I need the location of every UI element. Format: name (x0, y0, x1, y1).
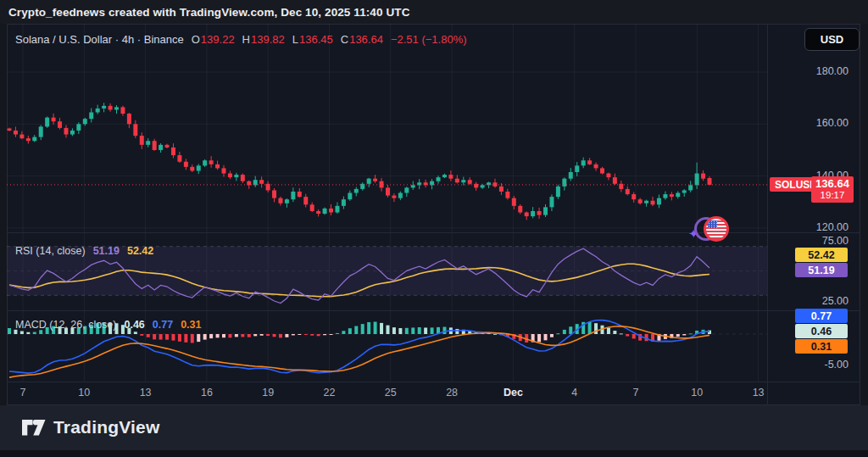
symbol-title[interactable]: Solana / U.S. Dollar · 4h · Binance (15, 33, 184, 46)
price-axis-label[interactable]: 160.00 (767, 117, 849, 129)
bar-countdown: 19:17 (811, 190, 854, 201)
rsi-legend-title[interactable]: RSI (14, close) (15, 245, 86, 257)
currency-usd-button[interactable]: USD (804, 28, 860, 51)
time-axis-label[interactable]: 28 (433, 387, 470, 398)
price-axis-label[interactable]: 120.00 (767, 221, 849, 233)
rsi-line-value: 51.19 (93, 245, 120, 257)
time-axis-label[interactable]: 22 (311, 387, 348, 398)
rsi-legend[interactable]: RSI (14, close) 51.19 52.42 (15, 245, 153, 257)
time-axis-label[interactable]: 10 (65, 387, 103, 398)
channel-watermark: ✦ (683, 212, 734, 246)
time-axis-label[interactable]: 10 (678, 387, 715, 398)
ohlc-open: O 139.22 (192, 33, 235, 46)
ohlc-close: C 136.64 (341, 33, 383, 46)
macd-signal-badge: 0.31 (795, 339, 848, 354)
ohlc-low: L 136.45 (292, 33, 333, 46)
macd-line-value: 0.77 (153, 319, 173, 331)
rsi-ma-value: 52.42 (127, 245, 153, 257)
price-change: −2.51 (−1.80%) (391, 33, 467, 46)
time-axis-label[interactable]: 4 (556, 387, 593, 398)
macd-hist-value: 0.46 (124, 319, 144, 331)
last-price-badge: 136.64 19:17 (811, 176, 854, 203)
macd-signal-value: 0.31 (181, 319, 201, 331)
rsi-axis-upper-label[interactable]: 75.00 (767, 235, 849, 247)
time-axis-label[interactable]: 19 (249, 387, 287, 398)
rsi-line-badge: 51.19 (795, 263, 848, 277)
time-axis-label[interactable]: 7 (617, 387, 654, 398)
time-axis-label[interactable]: 7 (4, 387, 42, 398)
price-axis-label[interactable]: 180.00 (767, 65, 849, 77)
macd-line-badge: 0.77 (795, 309, 848, 323)
footer-strip (0, 450, 868, 457)
macd-legend-title[interactable]: MACD (12, 26, close) (15, 319, 116, 331)
tradingview-chart-page: Crypto_feednews created with TradingView… (0, 0, 868, 457)
attribution-bar: Crypto_feednews created with TradingView… (0, 0, 868, 24)
tradingview-logo[interactable]: TradingView (22, 417, 160, 437)
last-price-value: 136.64 (811, 177, 854, 190)
macd-axis-label[interactable]: -5.00 (767, 359, 849, 371)
time-axis-label[interactable]: 16 (188, 387, 225, 398)
rsi-ma-badge: 52.42 (795, 248, 848, 262)
time-axis-label[interactable]: 13 (740, 387, 777, 398)
attribution-text: Crypto_feednews created with TradingView… (8, 6, 409, 19)
tradingview-logo-icon (22, 420, 46, 436)
time-axis-label[interactable]: 25 (372, 387, 409, 398)
macd-legend[interactable]: MACD (12, 26, close) 0.46 0.77 0.31 (15, 319, 202, 331)
macd-hist-badge: 0.46 (795, 324, 848, 338)
time-axis-label[interactable]: 13 (127, 387, 164, 398)
time-axis-label[interactable]: Dec (494, 387, 531, 398)
rsi-axis-lower-label[interactable]: 25.00 (767, 295, 849, 307)
us-flag-icon (704, 216, 729, 242)
tradingview-logo-text: TradingView (53, 417, 160, 437)
symbol-legend[interactable]: Solana / U.S. Dollar · 4h · Binance O 13… (15, 31, 467, 47)
ohlc-high: H 139.82 (242, 33, 285, 46)
